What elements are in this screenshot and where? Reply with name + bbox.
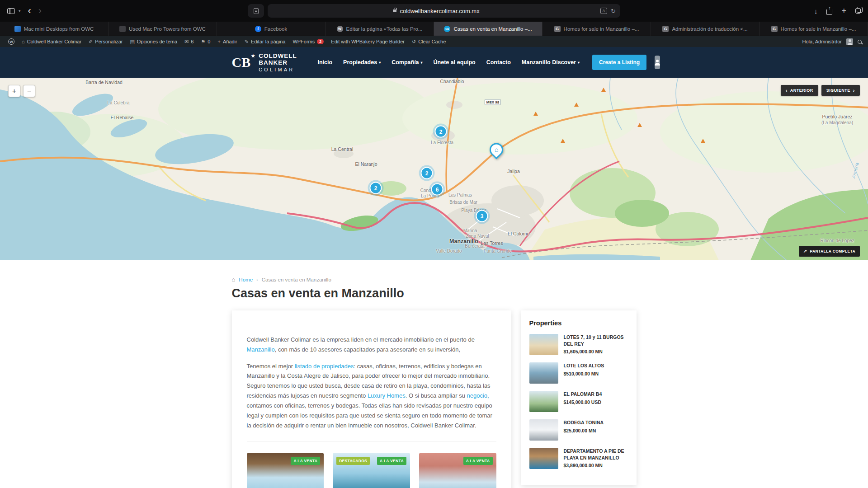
- share-icon[interactable]: [826, 9, 832, 15]
- property-price: $25,000.00 MN: [564, 428, 604, 433]
- property-card[interactable]: A LA VENTA $3,890,000.00 MN ↗: [247, 453, 324, 488]
- nav-item[interactable]: Manzanillo Discover ▾: [522, 59, 580, 66]
- back-icon[interactable]: ‹: [28, 6, 31, 16]
- address-bar[interactable]: coldwellbankercolimar.com.mx ↻: [268, 4, 620, 18]
- wpbar-item[interactable]: ▤ Opciones de tema: [126, 36, 181, 47]
- browser-tab[interactable]: Casas en venta en Manzanillo –...: [434, 22, 542, 36]
- map[interactable]: Barra de NavidadLa CulebraEl RebalseLa C…: [0, 78, 868, 260]
- property-title[interactable]: LOTES 7, 10 y 11 BURGOS DEL REY: [564, 334, 628, 347]
- avatar[interactable]: [846, 38, 853, 45]
- wpbar-item[interactable]: Edit with WPBakery Page Builder: [327, 36, 408, 47]
- wpbar-item-icon: +: [217, 39, 220, 44]
- inline-link[interactable]: listado de propiedades: [295, 363, 354, 370]
- sidebar-property-item[interactable]: BODEGA TONINA $25,000.00 MN: [529, 419, 628, 441]
- property-photo[interactable]: A LA VENTA $3,890,000.00 MN ↗: [247, 453, 324, 488]
- fullscreen-button[interactable]: ↗ PANTALLA COMPLETA: [799, 246, 860, 257]
- downloads-icon[interactable]: ↓: [814, 7, 818, 15]
- wpbar-item[interactable]: ⌂ Coldwell Banker Colimar: [18, 36, 85, 47]
- wpbar-item-label: Añadir: [223, 39, 237, 44]
- create-listing-button[interactable]: Create a Listing: [592, 55, 646, 70]
- sidebar-property-item[interactable]: DEPARTAMENTO A PIE DE PLAYA EN MANZANILL…: [529, 448, 628, 469]
- property-thumbnail[interactable]: [529, 362, 558, 384]
- inline-link[interactable]: Manzanillo: [247, 346, 275, 353]
- page-content: ⌂ Home › Casas en venta en Manzanillo Ca…: [0, 260, 868, 488]
- search-icon[interactable]: [858, 40, 862, 44]
- nav-item-label: Contacto: [486, 59, 511, 66]
- sidebar-toggle-icon[interactable]: [7, 8, 15, 14]
- property-title[interactable]: BODEGA TONINA: [564, 419, 604, 426]
- browser-tab[interactable]: Facebook: [217, 22, 326, 36]
- property-price: $510,000.00 MN: [564, 371, 604, 376]
- property-photo[interactable]: DESTACADOS A LA VENTA $9,500,000.00 MN ↗: [333, 453, 410, 488]
- next-button[interactable]: SIGUIENTE ›: [821, 85, 860, 96]
- property-thumbnail[interactable]: [529, 334, 558, 355]
- tab-title: Facebook: [264, 26, 288, 32]
- map-clusters: 22263: [0, 78, 868, 260]
- page-settings-button[interactable]: [248, 4, 264, 18]
- map-cluster-marker[interactable]: 2: [370, 182, 382, 194]
- wpbar-item[interactable]: ⚑ 0: [197, 36, 214, 47]
- wpbar-item[interactable]: ✎ Editar la página: [241, 36, 289, 47]
- browser-tab[interactable]: Administración de traducción <...: [651, 22, 760, 36]
- browser-tab[interactable]: Mac mini Desktops from OWC: [0, 22, 108, 36]
- map-cluster-marker[interactable]: 6: [431, 183, 443, 196]
- property-title[interactable]: DEPARTAMENTO A PIE DE PLAYA EN MANZANILL…: [564, 448, 628, 461]
- site-logo[interactable]: CB★ COLDWELL BANKER COLIMAR: [232, 52, 297, 72]
- nav-item[interactable]: Inicio: [317, 59, 332, 66]
- wpbar-item[interactable]: + Añadir: [214, 36, 241, 47]
- translate-icon[interactable]: [600, 8, 607, 14]
- new-tab-icon[interactable]: +: [841, 6, 846, 16]
- selected-pin[interactable]: ⌂: [490, 143, 503, 156]
- wpbar-item[interactable]: ✐ Personalizar: [85, 36, 126, 47]
- previous-button[interactable]: ‹ ANTERIOR: [781, 85, 818, 96]
- map-cluster-marker[interactable]: 2: [421, 167, 433, 179]
- nav-item[interactable]: Compañía ▾: [392, 59, 422, 66]
- wpbar-item[interactable]: WPForms 2: [289, 36, 327, 47]
- inline-link[interactable]: negocio: [467, 392, 488, 399]
- wpbar-item[interactable]: ↺ Clear Cache: [408, 36, 449, 47]
- sidebar-property-item[interactable]: LOTE LOS ALTOS $510,000.00 MN: [529, 362, 628, 384]
- nav-item-label: Compañía: [392, 59, 419, 66]
- property-thumbnail[interactable]: [529, 419, 558, 441]
- site-header: CB★ COLDWELL BANKER COLIMAR Inicio Propi…: [0, 47, 868, 78]
- property-card[interactable]: DESTACADOS A LA VENTA $9,500,000.00 MN ↗: [333, 453, 410, 488]
- tab-title: Mac mini Desktops from OWC: [24, 26, 94, 32]
- profile-button[interactable]: [655, 56, 660, 69]
- wp-admin-bar: W ⌂ Coldwell Banker Colimar ✐ Personaliz…: [0, 36, 868, 47]
- reload-icon[interactable]: ↻: [611, 8, 616, 14]
- property-thumbnail[interactable]: [529, 391, 558, 412]
- wpbar-greeting[interactable]: Hola, Admnistrdor: [802, 39, 842, 44]
- property-title[interactable]: LOTE LOS ALTOS: [564, 362, 604, 369]
- nav-item[interactable]: Contacto: [486, 59, 511, 66]
- browser-tab[interactable]: Editar la página «Todas las Pro...: [326, 22, 434, 36]
- inline-link[interactable]: Luxury Homes: [368, 392, 406, 399]
- nav-item[interactable]: Propiedades ▾: [343, 59, 381, 66]
- browser-tab[interactable]: Homes for sale in Manzanillo –...: [542, 22, 651, 36]
- browser-tab[interactable]: Homes for sale in Manzanillo –...: [760, 22, 868, 36]
- property-photo[interactable]: A LA VENTA $2,990,000.00 mn ↗: [419, 453, 496, 488]
- property-card[interactable]: A LA VENTA $2,990,000.00 mn ↗: [419, 453, 496, 488]
- star-icon: ★: [251, 54, 255, 58]
- zoom-out-button[interactable]: −: [23, 85, 35, 97]
- zoom-in-button[interactable]: +: [8, 85, 20, 97]
- property-title[interactable]: EL PALOMAR B4: [564, 391, 602, 398]
- property-thumbnail[interactable]: [529, 448, 558, 469]
- breadcrumb-home-link[interactable]: Home: [239, 277, 253, 282]
- wpbar-item[interactable]: W: [5, 36, 18, 47]
- map-cluster-marker[interactable]: 3: [476, 210, 488, 222]
- map-cluster-marker[interactable]: 2: [435, 126, 447, 138]
- browser-tab[interactable]: Used Mac Pro Towers from OWC: [108, 22, 217, 36]
- nav-item[interactable]: Únete al equipo: [434, 59, 476, 66]
- tab-overview-icon[interactable]: [855, 8, 861, 14]
- sidebar-property-item[interactable]: EL PALOMAR B4 $145,000.00 USD: [529, 391, 628, 412]
- wpbar-item[interactable]: ✉ 6: [181, 36, 197, 47]
- forward-icon[interactable]: ›: [38, 6, 42, 16]
- chevron-down-icon[interactable]: ▾: [19, 9, 21, 13]
- nav-item-label: Únete al equipo: [434, 59, 476, 66]
- sidebar-property-item[interactable]: LOTES 7, 10 y 11 BURGOS DEL REY $1,605,0…: [529, 334, 628, 355]
- property-price: $3,890,000.00 MN: [564, 463, 628, 468]
- chevron-down-icon: ▾: [379, 61, 381, 65]
- properties-sidebar: Properties LOTES 7, 10 y 11 BURGOS DEL R…: [521, 310, 637, 485]
- wpbar-item-icon: ▤: [130, 39, 134, 45]
- wpbar-item-label: Clear Cache: [418, 39, 446, 44]
